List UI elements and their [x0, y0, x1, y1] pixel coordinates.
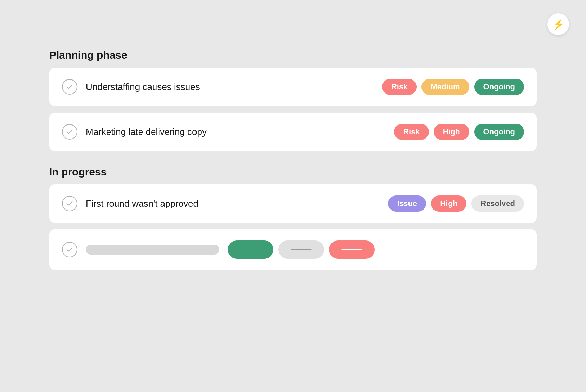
- check-circle-1[interactable]: [62, 79, 77, 95]
- checkmark-icon-4: [66, 246, 73, 253]
- card-skeleton: [49, 229, 537, 270]
- section-in-progress: In progress First round wasn't approved …: [49, 166, 537, 270]
- badge-issue-3[interactable]: Issue: [388, 195, 426, 212]
- badge-risk-1[interactable]: Risk: [382, 79, 417, 95]
- badge-ongoing-2[interactable]: Ongoing: [474, 124, 524, 140]
- badges-2: Risk High Ongoing: [394, 124, 524, 140]
- skeleton-dash-light: [291, 249, 312, 250]
- badges-4: [228, 240, 375, 259]
- section-planning-phase: Planning phase Understaffing causes issu…: [49, 49, 537, 151]
- card-first-round: First round wasn't approved Issue High R…: [49, 184, 537, 223]
- badges-1: Risk Medium Ongoing: [382, 79, 524, 95]
- skeleton-dash-red: [341, 249, 362, 250]
- main-content: Planning phase Understaffing causes issu…: [49, 49, 537, 276]
- check-circle-3[interactable]: [62, 196, 77, 211]
- checkmark-icon-1: [66, 83, 73, 91]
- section-title-inprogress: In progress: [49, 166, 537, 178]
- badge-risk-2[interactable]: Risk: [394, 124, 429, 140]
- badge-medium-1[interactable]: Medium: [421, 79, 469, 95]
- section-title-planning: Planning phase: [49, 49, 537, 61]
- lightning-icon: ⚡: [552, 19, 565, 30]
- lightning-button[interactable]: ⚡: [547, 13, 569, 35]
- checkmark-icon-3: [66, 200, 73, 207]
- skeleton-badge-green: [228, 240, 273, 259]
- badges-3: Issue High Resolved: [388, 195, 524, 212]
- badge-ongoing-1[interactable]: Ongoing: [474, 79, 524, 95]
- badge-resolved-3[interactable]: Resolved: [471, 195, 524, 212]
- card-title-3: First round wasn't approved: [86, 198, 380, 209]
- badge-high-2[interactable]: High: [434, 124, 469, 140]
- skeleton-badge-red: [329, 240, 375, 259]
- card-title-2: Marketing late delivering copy: [86, 127, 386, 137]
- badge-high-3[interactable]: High: [431, 195, 466, 212]
- card-title-1: Understaffing causes issues: [86, 82, 374, 92]
- skeleton-badge-light: [278, 240, 324, 259]
- skeleton-text-bar: [86, 245, 219, 255]
- card-understaffing: Understaffing causes issues Risk Medium …: [49, 68, 537, 106]
- check-circle-4[interactable]: [62, 242, 77, 257]
- check-circle-2[interactable]: [62, 124, 77, 140]
- card-marketing: Marketing late delivering copy Risk High…: [49, 113, 537, 151]
- checkmark-icon-2: [66, 128, 73, 136]
